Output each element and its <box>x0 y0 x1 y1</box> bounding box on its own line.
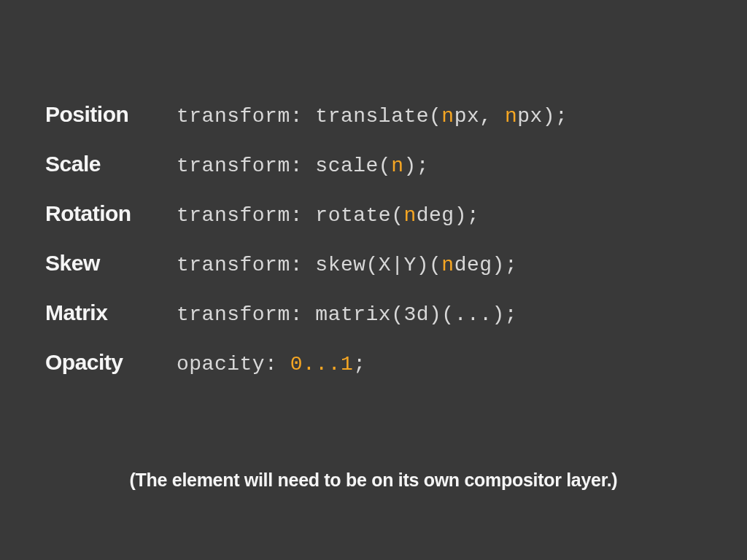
property-row: Rotationtransform: rotate(ndeg); <box>45 201 718 227</box>
property-label: Rotation <box>45 201 177 226</box>
property-row: Positiontransform: translate(npx, npx); <box>45 102 718 128</box>
code-text: transform: translate( <box>177 105 441 128</box>
property-row: Matrixtransform: matrix(3d)(...); <box>45 300 718 326</box>
code-text: transform: rotate( <box>177 204 403 227</box>
code-text: px, <box>454 105 505 128</box>
property-code: transform: skew(X|Y)(ndeg); <box>177 254 517 276</box>
code-highlight: n <box>403 204 416 227</box>
code-text: deg); <box>417 204 480 227</box>
property-row: Scaletransform: scale(n); <box>45 152 718 177</box>
property-label: Opacity <box>45 350 177 375</box>
property-code: transform: rotate(ndeg); <box>177 204 479 227</box>
code-text: transform: matrix(3d)(...); <box>177 303 517 326</box>
property-row: Opacityopacity: 0...1; <box>45 350 718 376</box>
code-highlight: 0...1 <box>290 353 354 376</box>
code-text: px); <box>517 105 568 128</box>
code-highlight: n <box>391 155 403 177</box>
code-highlight: n <box>441 254 454 276</box>
property-code: opacity: 0...1; <box>177 353 366 376</box>
property-label: Skew <box>45 251 177 276</box>
property-label: Position <box>45 102 177 127</box>
property-row: Skewtransform: skew(X|Y)(ndeg); <box>45 251 718 276</box>
property-code: transform: matrix(3d)(...); <box>177 303 517 326</box>
property-label: Scale <box>45 152 177 176</box>
code-text: transform: skew(X|Y)( <box>177 254 441 276</box>
code-text: ; <box>353 353 365 376</box>
property-label: Matrix <box>45 300 177 325</box>
property-code: transform: scale(n); <box>177 155 429 177</box>
code-text: ); <box>403 155 429 177</box>
code-text: transform: scale( <box>177 155 391 177</box>
code-text: deg); <box>454 254 518 276</box>
code-highlight: n <box>441 105 454 128</box>
code-highlight: n <box>505 105 517 128</box>
footnote: (The element will need to be on its own … <box>0 470 747 491</box>
property-code: transform: translate(npx, npx); <box>177 105 568 128</box>
code-text: opacity: <box>177 353 290 376</box>
